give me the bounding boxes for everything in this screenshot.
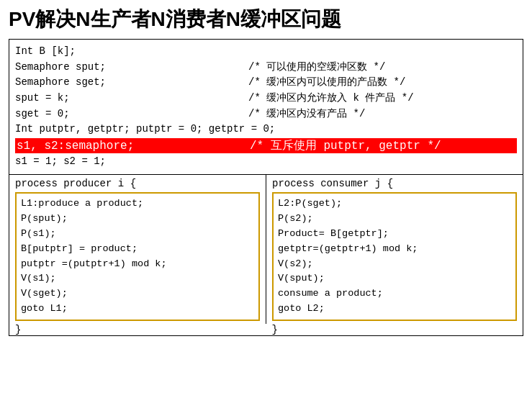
producer-closing-brace: } xyxy=(9,324,266,335)
code-line-6: Int putptr, getptr; putptr = 0; getptr =… xyxy=(15,122,517,137)
consumer-line-5: V(sput); xyxy=(278,271,511,286)
producer-line-6: V(sget); xyxy=(21,286,254,302)
consumer-line-2: Product= B[getptr]; xyxy=(278,227,511,242)
consumer-inner-box: L2:P(sget); P(s2); Product= B[getptr]; g… xyxy=(272,192,517,321)
producer-inner-box: L1:produce a product; P(sput); P(s1); B[… xyxy=(15,192,260,321)
code-line-1: Int B [k]; xyxy=(15,44,517,60)
page-container: PV解决N生产者N消费者N缓冲区问题 Int B [k]; Semaphore … xyxy=(0,0,532,403)
producer-line-7: goto L1; xyxy=(21,302,254,317)
code-line-7-highlighted: s1, s2:semaphore; /* 互斥使用 putptr, getptr… xyxy=(15,138,517,153)
page-title: PV解决N生产者N消费者N缓冲区问题 xyxy=(9,6,523,33)
consumer-closing-brace: } xyxy=(266,324,523,335)
code-line-5: sget = 0; /* 缓冲区内没有产品 */ xyxy=(15,107,517,122)
main-code-box: Int B [k]; Semaphore sput; /* 可以使用的空缓冲区数… xyxy=(9,39,523,175)
producer-line-0: L1:produce a product; xyxy=(21,196,254,212)
consumer-column: process consumer j { L2:P(sget); P(s2); … xyxy=(266,175,523,324)
producer-column: process producer i { L1:produce a produc… xyxy=(9,175,266,324)
consumer-header: process consumer j { xyxy=(272,178,517,189)
producer-line-1: P(sput); xyxy=(21,212,254,227)
consumer-line-6: consume a product; xyxy=(278,286,511,302)
consumer-line-1: P(s2); xyxy=(278,212,511,227)
consumer-line-7: goto L2; xyxy=(278,302,511,317)
producer-line-4: putptr =(putptr+1) mod k; xyxy=(21,257,254,272)
code-line-8: s1 = 1; s2 = 1; xyxy=(15,154,517,170)
code-line-3: Semaphore sget; /* 缓冲区内可以使用的产品数 */ xyxy=(15,75,517,91)
consumer-line-0: L2:P(sget); xyxy=(278,196,511,212)
code-line-4: sput = k; /* 缓冲区内允许放入 k 件产品 */ xyxy=(15,91,517,107)
consumer-line-3: getptr=(getptr+1) mod k; xyxy=(278,242,511,257)
bottom-section: process producer i { L1:produce a produc… xyxy=(9,175,523,336)
producer-header: process producer i { xyxy=(15,178,260,189)
code-line-2: Semaphore sput; /* 可以使用的空缓冲区数 */ xyxy=(15,60,517,76)
brace-row: } } xyxy=(9,324,523,335)
producer-line-2: P(s1); xyxy=(21,227,254,242)
producer-line-3: B[putptr] = product; xyxy=(21,242,254,257)
bottom-inner: process producer i { L1:produce a produc… xyxy=(9,175,523,324)
consumer-line-4: V(s2); xyxy=(278,257,511,272)
producer-line-5: V(s1); xyxy=(21,271,254,286)
